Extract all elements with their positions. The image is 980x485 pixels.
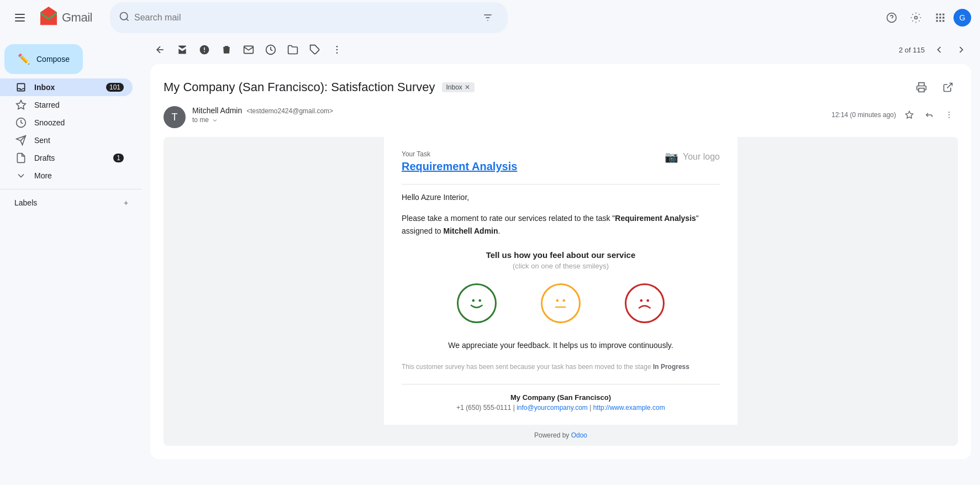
svg-rect-12 xyxy=(939,14,941,15)
svg-line-4 xyxy=(127,18,129,20)
sidebar-item-more[interactable]: More xyxy=(0,167,133,184)
sidebar-item-drafts[interactable]: Drafts 1 xyxy=(0,149,133,167)
star-email-button[interactable] xyxy=(900,106,918,124)
smiley-happy[interactable] xyxy=(457,283,497,323)
inbox-tag-remove[interactable]: ✕ xyxy=(465,83,470,91)
gmail-logo: Gmail xyxy=(38,7,92,29)
more-icon xyxy=(14,170,28,181)
settings-button[interactable] xyxy=(905,7,927,29)
task-title[interactable]: Requirement Analysis xyxy=(402,160,517,173)
search-filter-button[interactable] xyxy=(477,7,499,29)
help-button[interactable] xyxy=(881,7,903,29)
inbox-badge: 101 xyxy=(106,83,124,92)
mark-unread-button[interactable] xyxy=(239,40,259,60)
svg-rect-14 xyxy=(936,17,938,18)
email-subject-row: My Company (San Francisco): Satisfaction… xyxy=(164,77,958,97)
svg-point-36 xyxy=(472,299,475,302)
email-actions xyxy=(900,106,958,124)
compose-button[interactable]: ✏️ Compose xyxy=(4,44,83,74)
sidebar-item-starred[interactable]: Starred xyxy=(0,96,133,114)
svg-rect-30 xyxy=(919,88,924,92)
svg-marker-20 xyxy=(17,101,26,109)
sidebar-item-snoozed[interactable]: Snoozed xyxy=(0,114,133,131)
sent-icon xyxy=(14,135,28,146)
svg-point-33 xyxy=(949,112,950,113)
company-website-link[interactable]: http://www.example.com xyxy=(593,404,665,412)
svg-point-42 xyxy=(647,299,650,302)
powered-by: Powered by Odoo xyxy=(164,425,958,446)
menu-button[interactable] xyxy=(9,7,31,29)
search-input[interactable] xyxy=(134,13,472,23)
svg-rect-18 xyxy=(939,20,941,22)
print-button[interactable] xyxy=(911,77,931,97)
gmail-text: Gmail xyxy=(62,10,92,25)
email-view: My Company (San Francisco): Satisfaction… xyxy=(150,64,971,459)
snoozed-icon xyxy=(14,117,28,128)
user-avatar[interactable]: G xyxy=(953,9,971,27)
logo-area: 📷 Your logo xyxy=(665,150,720,164)
company-name: My Company (San Francisco) xyxy=(402,393,720,402)
more-email-button[interactable] xyxy=(940,106,958,124)
snooze-button[interactable] xyxy=(261,40,281,60)
svg-point-34 xyxy=(949,114,950,115)
labels-header: Labels + xyxy=(0,194,141,212)
back-button[interactable] xyxy=(150,40,170,60)
email-subject: My Company (San Francisco): Satisfaction… xyxy=(164,80,435,94)
company-contact: +1 (650) 555-0111 | info@yourcompany.com… xyxy=(402,404,720,412)
survey-section: Tell us how you feel about our service (… xyxy=(402,250,720,350)
smiley-sad[interactable] xyxy=(625,283,665,323)
sidebar: ✏️ Compose Inbox 101 Starred xyxy=(0,35,141,485)
svg-line-31 xyxy=(947,83,952,88)
add-label-button[interactable]: + xyxy=(119,196,133,209)
company-email-link[interactable]: info@yourcompany.com xyxy=(517,404,588,412)
survey-title: Tell us how you feel about our service xyxy=(402,250,720,260)
survey-subtitle: (click on one of these smileys) xyxy=(402,262,720,270)
top-bar: Gmail xyxy=(0,0,980,35)
snoozed-label: Snoozed xyxy=(34,118,124,127)
stage-text: This customer survey has been sent becau… xyxy=(402,363,720,371)
drafts-badge: 1 xyxy=(113,154,124,162)
inbox-label: Inbox xyxy=(34,83,104,92)
apps-button[interactable] xyxy=(929,7,951,29)
search-icon xyxy=(119,11,130,25)
move-to-button[interactable] xyxy=(283,40,303,60)
svg-point-29 xyxy=(336,52,338,54)
greeting-text: Hello Azure Interior, xyxy=(402,191,720,203)
archive-button[interactable] xyxy=(172,40,192,60)
sidebar-item-sent[interactable]: Sent xyxy=(0,131,133,149)
compose-pencil-icon: ✏️ xyxy=(18,53,30,65)
email-time: 12:14 (0 minutes ago) xyxy=(831,111,896,119)
prev-email-button[interactable] xyxy=(929,40,949,60)
labels-text: Labels xyxy=(14,198,119,207)
to-me[interactable]: to me xyxy=(192,116,831,124)
svg-point-28 xyxy=(336,49,338,51)
smiley-neutral[interactable] xyxy=(541,283,581,323)
report-button[interactable] xyxy=(194,40,214,60)
svg-point-38 xyxy=(556,299,559,302)
more-label: More xyxy=(34,171,124,180)
sender-avatar: T xyxy=(164,106,186,128)
next-email-button[interactable] xyxy=(951,40,971,60)
sidebar-divider xyxy=(0,189,141,189)
svg-point-27 xyxy=(336,46,338,48)
email-toolbar: 2 of 115 xyxy=(141,35,980,64)
svg-point-37 xyxy=(479,299,482,302)
search-bar xyxy=(110,2,508,33)
reply-button[interactable] xyxy=(920,106,938,124)
svg-rect-2 xyxy=(15,20,25,22)
svg-point-3 xyxy=(120,12,127,19)
open-in-new-button[interactable] xyxy=(938,77,958,97)
starred-label: Starred xyxy=(34,101,124,109)
more-options-button[interactable] xyxy=(327,40,347,60)
inbox-tag: Inbox ✕ xyxy=(442,82,475,92)
sender-name-row: Mitchell Admin <testdemo2424@gmail.com> xyxy=(192,106,831,115)
sidebar-item-inbox[interactable]: Inbox 101 xyxy=(0,78,133,96)
smileys-row xyxy=(402,283,720,323)
svg-rect-15 xyxy=(939,17,941,18)
svg-point-35 xyxy=(949,117,950,118)
odoo-link[interactable]: Odoo xyxy=(571,431,587,439)
label-button[interactable] xyxy=(305,40,325,60)
delete-button[interactable] xyxy=(217,40,236,60)
email-body-inner: Your Task Requirement Analysis 📷 Your lo… xyxy=(384,137,737,425)
logo-placeholder: 📷 Your logo xyxy=(665,150,720,164)
